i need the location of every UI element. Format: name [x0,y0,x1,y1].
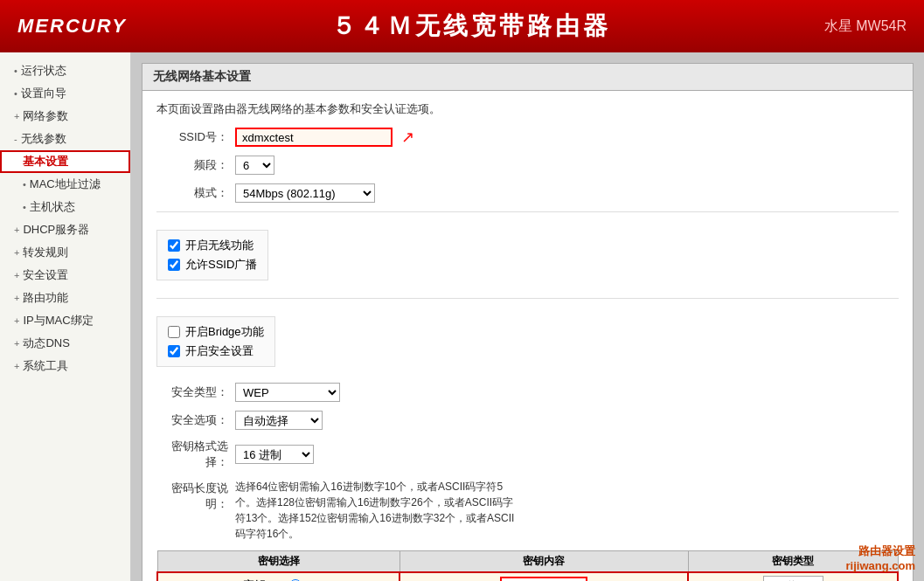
panel-description: 本页面设置路由器无线网络的基本参数和安全认证选项。 [156,101,899,117]
sidebar-item-setup-wizard[interactable]: • 设置向导 [0,82,130,105]
watermark: 路由器设置 rijiwang.com [846,543,915,572]
key1-radio-indicator: ● [305,577,315,582]
ssid-label: SSID号： [156,129,235,145]
plus-icon: + [14,270,19,280]
bullet-icon: • [14,88,17,99]
key-table: 密钥选择 密钥内容 密钥类型 密钥 1： ● [156,550,899,581]
sidebar-item-routing[interactable]: + 路由功能 [0,287,130,309]
channel-value-wrapper: 6 1 2 3 4 5 7 8 9 10 11 12 13 [235,156,274,175]
wireless-checkboxes: 开启无线功能 允许SSID广播 [156,230,268,280]
key1-select-cell: 密钥 1： ● [157,572,399,581]
sidebar-item-network-params[interactable]: + 网络参数 [0,105,130,128]
enable-wireless-label: 开启无线功能 [185,238,254,253]
key-format-label: 密钥格式选择： [156,439,235,470]
panel-body: 本页面设置路由器无线网络的基本参数和安全认证选项。 SSID号： ↗ 频段： 6 [142,91,913,581]
ssid-input[interactable] [235,128,393,147]
sidebar-item-dynamic-dns[interactable]: + 动态DNS [0,332,130,355]
plus-icon: + [14,315,19,326]
mode-value-wrapper: 54Mbps (802.11g) 11Mbps (802.11b) 混合模式 [235,183,375,203]
mode-select[interactable]: 54Mbps (802.11g) 11Mbps (802.11b) 混合模式 [235,183,375,203]
key1-type-cell: 64 位 128 位 152 位 禁用 [688,572,898,581]
key-row-1: 密钥 1： ● 64 位 128 位 [157,572,898,581]
plus-icon: + [14,361,19,371]
header: MERCURY ５４Ｍ无线宽带路由器 水星 MW54R [0,0,924,52]
security-type-row: 安全类型： WEP WPA/WPA2-Personal WPA/WPA2-Ent… [156,383,899,402]
key1-input[interactable] [500,577,587,581]
sidebar-item-forward-rules[interactable]: + 转发规则 [0,241,130,264]
key1-type-select[interactable]: 64 位 128 位 152 位 禁用 [763,576,823,581]
security-option-value: 自动选择 开放系统 共享密钥 [235,411,323,430]
plus-icon: + [14,111,19,121]
ssid-broadcast-checkbox[interactable] [168,259,180,271]
sidebar-item-system-tools[interactable]: + 系统工具 [0,355,130,377]
ssid-broadcast-label: 允许SSID广播 [185,257,257,273]
pwd-length-label: 密码长度说明： [156,479,235,512]
plus-icon: + [14,293,19,303]
settings-panel: 无线网络基本设置 本页面设置路由器无线网络的基本参数和安全认证选项。 SSID号… [142,63,914,581]
key1-label: 密钥 1： [243,578,287,581]
key-format-select[interactable]: 16 进制 ASCII码 [235,445,314,464]
panel-title: 无线网络基本设置 [142,64,913,91]
sidebar-item-ip-mac-bind[interactable]: + IP与MAC绑定 [0,309,130,332]
channel-row: 频段： 6 1 2 3 4 5 7 8 9 10 [156,156,899,175]
security-option-row: 安全选项： 自动选择 开放系统 共享密钥 [156,411,899,430]
ssid-value-wrapper: ↗ [235,128,414,147]
divider-2 [156,298,899,299]
key-table-header-content: 密钥内容 [399,551,688,573]
security-checkboxes: 开启Bridge功能 开启安全设置 [156,316,275,367]
main-layout: • 运行状态 • 设置向导 + 网络参数 - 无线参数 基本设置 • MAC地址… [0,52,924,581]
enable-wireless-row: 开启无线功能 [168,238,257,253]
device-model: 水星 MW54R [802,17,907,36]
mode-row: 模式： 54Mbps (802.11g) 11Mbps (802.11b) 混合… [156,183,899,203]
channel-label: 频段： [156,157,235,173]
sidebar-item-running-status[interactable]: • 运行状态 [0,59,130,82]
ssid-row: SSID号： ↗ [156,128,899,147]
sidebar: • 运行状态 • 设置向导 + 网络参数 - 无线参数 基本设置 • MAC地址… [0,52,131,581]
security-option-label: 安全选项： [156,412,235,428]
plus-icon: + [14,225,19,235]
security-type-value: WEP WPA/WPA2-Personal WPA/WPA2-Enterpris… [235,383,340,402]
key-format-value: 16 进制 ASCII码 [235,445,314,464]
security-type-label: 安全类型： [156,384,235,400]
ssid-broadcast-row: 允许SSID广播 [168,257,257,273]
bullet-icon: • [23,202,26,212]
sidebar-item-security-settings[interactable]: + 安全设置 [0,264,130,287]
logo: MERCURY [17,15,140,38]
bridge-checkbox[interactable] [168,326,180,338]
key1-content-cell [399,572,688,581]
plus-icon: + [14,338,19,349]
enable-wireless-checkbox[interactable] [168,239,180,252]
pwd-length-note: 选择64位密钥需输入16进制数字10个，或者ASCII码字符5个。选择128位密… [235,479,515,542]
sidebar-item-host-status[interactable]: • 主机状态 [0,196,130,218]
sidebar-item-wireless-params[interactable]: - 无线参数 [0,128,130,150]
bullet-icon: • [14,66,17,76]
security-type-select[interactable]: WEP WPA/WPA2-Personal WPA/WPA2-Enterpris… [235,383,340,402]
main-content: 无线网络基本设置 本页面设置路由器无线网络的基本参数和安全认证选项。 SSID号… [131,52,924,581]
annotation-arrow: ↗ [401,128,414,147]
sidebar-item-basic-settings[interactable]: 基本设置 [0,150,130,173]
mode-label: 模式： [156,185,235,201]
bridge-label: 开启Bridge功能 [185,324,264,340]
minus-icon: - [14,134,17,144]
key-table-header-select: 密钥选择 [157,551,399,573]
divider-1 [156,211,899,212]
bullet-icon: • [23,179,26,190]
security-enable-label: 开启安全设置 [185,343,254,359]
bridge-row: 开启Bridge功能 [168,324,264,340]
page-title: ５４Ｍ无线宽带路由器 [140,10,802,43]
watermark-line2: rijiwang.com [846,559,915,572]
sidebar-item-dhcp-server[interactable]: + DHCP服务器 [0,218,130,241]
pwd-length-row: 密码长度说明： 选择64位密钥需输入16进制数字10个，或者ASCII码字符5个… [156,479,899,542]
security-option-select[interactable]: 自动选择 开放系统 共享密钥 [235,411,323,430]
plus-icon: + [14,247,19,258]
watermark-line1: 路由器设置 [846,543,915,559]
channel-select[interactable]: 6 1 2 3 4 5 7 8 9 10 11 12 13 [235,156,274,175]
security-enable-checkbox[interactable] [168,345,180,357]
sidebar-item-mac-filter[interactable]: • MAC地址过滤 [0,173,130,196]
key-format-row: 密钥格式选择： 16 进制 ASCII码 [156,439,899,470]
security-enable-row: 开启安全设置 [168,343,264,359]
